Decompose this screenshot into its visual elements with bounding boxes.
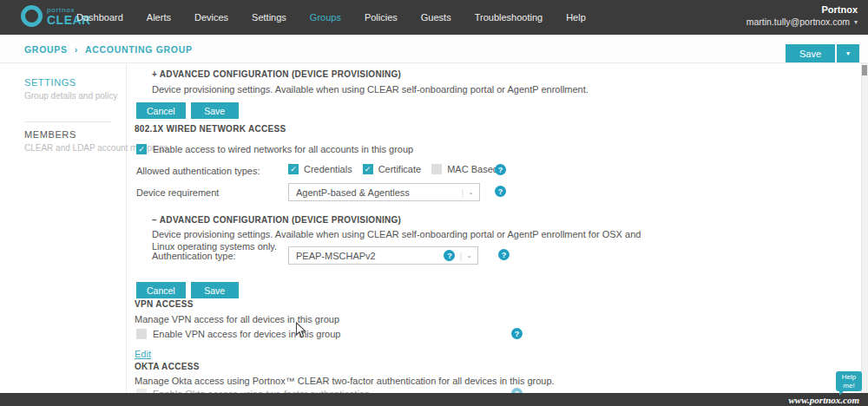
help-me-button[interactable]: Help me!	[836, 371, 862, 391]
device-requirement-label: Device requirement	[136, 187, 219, 198]
authentication-type-value: PEAP-MSCHAPv2	[296, 251, 376, 261]
nav-item-groups[interactable]: Groups	[310, 12, 341, 23]
chevron-down-icon: ⌄	[466, 252, 472, 259]
nav-item-settings[interactable]: Settings	[252, 12, 286, 23]
allowed-auth-types-label: Allowed authentication types:	[136, 166, 260, 176]
vpn-access-description: Manage VPN access for all devices in thi…	[135, 313, 655, 325]
check-icon: ✓	[290, 166, 297, 174]
question-glyph: ?	[447, 252, 452, 260]
enable-wired-access-label: Enable access to wired networks for all …	[153, 144, 413, 154]
chevron-down-icon: ⌄	[468, 188, 474, 196]
sidebar-item-divider	[24, 121, 111, 122]
check-icon: ✓	[138, 146, 145, 154]
sidebar-settings-subtitle: Group details and policy	[24, 91, 117, 101]
authentication-type-label: Authentication type:	[152, 251, 236, 261]
nav-item-alerts[interactable]: Alerts	[147, 12, 171, 23]
nav-item-devices[interactable]: Devices	[194, 12, 228, 23]
enable-vpn-access-checkbox[interactable]: ✓	[136, 329, 147, 339]
okta-access-heading: OKTA ACCESS	[135, 362, 200, 371]
authentication-type-help-icon[interactable]: ?	[498, 249, 510, 260]
breadcrumb-separator-icon: ›	[75, 44, 78, 55]
credentials-checkbox[interactable]: ✓	[288, 164, 299, 174]
vpn-access-heading: VPN ACCESS	[135, 299, 194, 309]
certificate-label: Certificate	[378, 164, 422, 174]
help-me-label: Help me!	[836, 373, 862, 389]
save-button[interactable]: Save	[786, 44, 835, 62]
scrollbar-thumb[interactable]	[862, 65, 867, 75]
save-split-button: Save ▾	[786, 44, 859, 62]
enable-vpn-access-row: ✓ Enable VPN access for devices in this …	[136, 329, 340, 339]
sidebar-item-settings[interactable]: SETTINGS Group details and policy	[24, 77, 117, 101]
authentication-type-inline-help-icon[interactable]: ?	[444, 250, 455, 261]
advanced-config-1-description: Device provisioning settings. Available …	[152, 83, 673, 95]
vpn-access-help-icon[interactable]: ?	[511, 328, 523, 339]
nav-item-dashboard[interactable]: Dashboard	[76, 12, 123, 23]
form-buttons-bottom: Cancel Save	[136, 282, 239, 298]
nav-menu: Dashboard Alerts Devices Settings Groups…	[76, 0, 586, 35]
vertical-scrollbar[interactable]	[861, 63, 868, 393]
form-buttons-top: Cancel Save	[136, 102, 239, 119]
nav-item-help[interactable]: Help	[566, 12, 586, 23]
mac-based-label: MAC Based	[447, 164, 498, 174]
save-dropdown-arrow-icon[interactable]: ▾	[837, 44, 859, 62]
account-menu[interactable]: Portnox martin.tully@portnox.com ▾	[746, 4, 858, 27]
credentials-label: Credentials	[304, 164, 352, 174]
auth-option-credentials: ✓ Credentials	[288, 164, 352, 174]
top-nav: portnox CLEAR Dashboard Alerts Devices S…	[0, 0, 868, 35]
question-glyph: ?	[498, 187, 503, 196]
advanced-config-1-heading[interactable]: + ADVANCED CONFIGURATION (DEVICE PROVISI…	[152, 69, 401, 79]
enable-wired-access-checkbox[interactable]: ✓	[136, 144, 147, 154]
question-glyph: ?	[515, 330, 520, 338]
wired-access-heading: 802.1X WIRED NETWORK ACCESS	[135, 124, 286, 134]
device-requirement-help-icon[interactable]: ?	[495, 186, 506, 197]
select-separator: |	[461, 187, 464, 198]
authentication-type-select[interactable]: PEAP-MSCHAPv2 ? | ⌄	[288, 246, 478, 265]
footer-bar: www.portnox.com	[0, 393, 868, 406]
advanced-config-2-heading[interactable]: − ADVANCED CONFIGURATION (DEVICE PROVISI…	[152, 215, 401, 225]
sidebar-divider-vertical	[126, 64, 127, 393]
nav-item-guests[interactable]: Guests	[421, 12, 451, 23]
save-button[interactable]: Save	[191, 282, 239, 298]
question-glyph: ?	[498, 166, 503, 174]
nav-item-policies[interactable]: Policies	[365, 12, 398, 23]
footer-url[interactable]: www.portnox.com	[789, 395, 860, 405]
nav-item-troubleshooting[interactable]: Troubleshooting	[475, 12, 542, 23]
breadcrumb: GROUPS › ACCOUNTING GROUP	[24, 44, 193, 55]
auth-option-mac-based: ✓ MAC Based	[431, 164, 498, 174]
portnox-clear-app: portnox CLEAR Dashboard Alerts Devices S…	[0, 0, 868, 406]
cancel-button[interactable]: Cancel	[136, 102, 186, 119]
mac-based-checkbox[interactable]: ✓	[431, 164, 442, 174]
auth-types-help-icon[interactable]: ?	[495, 164, 506, 175]
select-separator: |	[459, 251, 462, 261]
certificate-checkbox[interactable]: ✓	[363, 164, 373, 174]
sidebar-settings-title: SETTINGS	[24, 77, 117, 88]
breadcrumb-bar: GROUPS › ACCOUNTING GROUP Save ▾	[0, 35, 868, 63]
breadcrumb-current: ACCOUNTING GROUP	[85, 44, 193, 55]
breadcrumb-groups[interactable]: GROUPS	[24, 44, 68, 55]
save-button[interactable]: Save	[191, 102, 239, 119]
chevron-down-icon: ▾	[854, 18, 858, 26]
enable-vpn-access-label: Enable VPN access for devices in this gr…	[153, 329, 340, 339]
check-icon: ✓	[365, 166, 372, 174]
vpn-edit-link[interactable]: Edit	[135, 349, 151, 359]
device-requirement-value: AgentP-based & Agentless	[296, 187, 410, 198]
portnox-logo-icon	[21, 5, 43, 27]
device-requirement-select[interactable]: AgentP-based & Agentless | ⌄	[288, 183, 480, 201]
question-glyph: ?	[502, 251, 507, 259]
account-email: martin.tully@portnox.com	[746, 16, 850, 27]
auth-option-certificate: ✓ Certificate	[363, 164, 422, 174]
cancel-button[interactable]: Cancel	[136, 282, 186, 298]
auth-type-options: ✓ Credentials ✓ Certificate ✓ MAC Based	[288, 164, 498, 174]
okta-access-description: Manage Okta access using Portnox™ CLEAR …	[135, 375, 690, 387]
enable-wired-access-row: ✓ Enable access to wired networks for al…	[136, 144, 413, 154]
account-company: Portnox	[746, 4, 858, 15]
